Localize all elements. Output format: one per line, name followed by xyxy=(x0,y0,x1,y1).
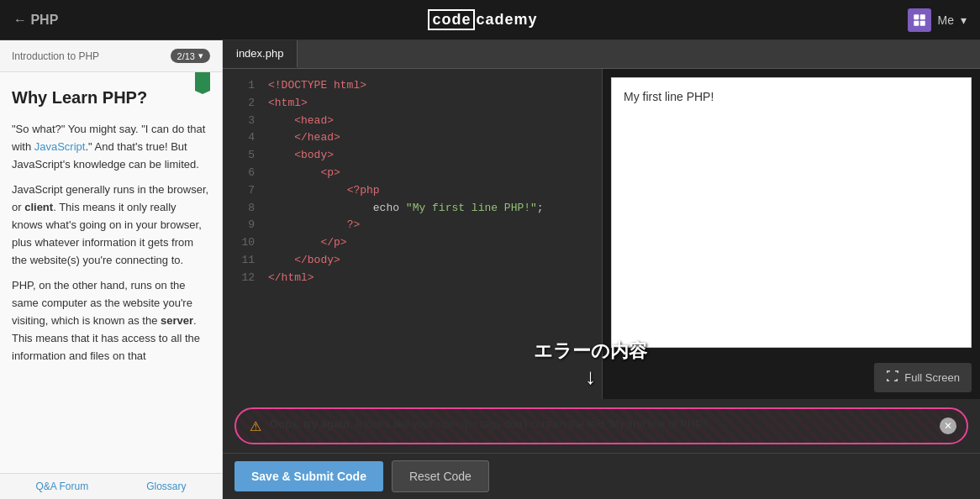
svg-rect-0 xyxy=(914,14,919,19)
output-panel: My first line PHP! Full Screen xyxy=(602,69,980,399)
code-line-3: 3 <head> xyxy=(223,113,602,130)
code-line-12: 12 </html> xyxy=(223,270,602,287)
code-line-11: 11 </body> xyxy=(223,252,602,270)
sidebar-paragraph-1: "So what?" You might say. "I can do that… xyxy=(12,121,210,173)
save-submit-button[interactable]: Save & Submit Code xyxy=(234,461,383,491)
logo: code cademy xyxy=(428,9,537,30)
back-button[interactable]: ← PHP xyxy=(13,13,58,28)
sidebar-paragraph-3: PHP, on the other hand, runs on the same… xyxy=(12,277,210,365)
output-controls: Full Screen xyxy=(603,356,980,399)
js-link[interactable]: JavaScript xyxy=(34,140,86,153)
output-display: My first line PHP! xyxy=(611,77,972,348)
code-line-9: 9 ?> xyxy=(223,217,602,234)
editor-tabs: index.php xyxy=(223,40,980,69)
bottom-bar: Save & Submit Code Reset Code xyxy=(223,453,980,499)
code-editor[interactable]: 1 <!DOCTYPE html> 2 <html> 3 <head> 4 </… xyxy=(223,69,602,399)
svg-rect-2 xyxy=(914,20,919,25)
editor-area: index.php 1 <!DOCTYPE html> 2 <html> 3 xyxy=(223,40,980,499)
progress-chevron: ▾ xyxy=(198,50,203,61)
sidebar-paragraph-2: JavaScript generally runs in the browser… xyxy=(12,181,210,269)
logo-right: cademy xyxy=(476,11,537,29)
code-line-2: 2 <html> xyxy=(223,95,602,113)
fullscreen-button[interactable]: Full Screen xyxy=(874,363,972,392)
header-left: ← PHP xyxy=(13,13,58,28)
sidebar-footer: Q&A Forum Glossary xyxy=(0,473,222,499)
fullscreen-icon xyxy=(886,370,899,386)
error-close-button[interactable]: ✕ xyxy=(940,418,956,434)
user-chevron: ▾ xyxy=(961,13,967,27)
sidebar-header: Introduction to PHP 2/13 ▾ xyxy=(0,40,222,72)
editor-tab-index-php[interactable]: index.php xyxy=(223,40,298,68)
sidebar-heading: Why Learn PHP? xyxy=(12,84,210,111)
header-right: Me ▾ xyxy=(908,8,967,32)
code-line-7: 7 <?php xyxy=(223,182,602,200)
sidebar-title: Introduction to PHP xyxy=(12,50,99,62)
error-banner: ⚠ Oops, try again. It looks like your <p… xyxy=(234,407,968,444)
user-label[interactable]: Me xyxy=(938,13,954,27)
warning-icon: ⚠ xyxy=(250,418,261,434)
code-line-1: 1 <!DOCTYPE html> xyxy=(223,77,602,95)
glossary-link[interactable]: Glossary xyxy=(146,481,186,492)
code-line-8: 8 echo "My first line PHP!"; xyxy=(223,200,602,218)
main-content: Introduction to PHP 2/13 ▾ Why Learn PHP… xyxy=(0,40,980,499)
avatar-icon xyxy=(908,8,931,32)
code-line-4: 4 </head> xyxy=(223,129,602,147)
editor-panel: 1 <!DOCTYPE html> 2 <html> 3 <head> 4 </… xyxy=(223,69,980,399)
svg-rect-1 xyxy=(919,14,925,19)
progress-label: 2/13 xyxy=(177,51,195,61)
svg-rect-3 xyxy=(919,20,925,25)
editor-lower: エラーの内容 ↓ ⚠ Oops, try again. It looks lik… xyxy=(223,399,980,499)
error-message: It looks like your <p></p> tags don't co… xyxy=(352,418,708,430)
bookmark-icon xyxy=(195,72,210,94)
reset-code-button[interactable]: Reset Code xyxy=(392,460,489,492)
sidebar: Introduction to PHP 2/13 ▾ Why Learn PHP… xyxy=(0,40,223,499)
logo-bracket: code xyxy=(428,9,475,30)
sidebar-progress[interactable]: 2/13 ▾ xyxy=(171,49,210,63)
error-area: エラーの内容 ↓ ⚠ Oops, try again. It looks lik… xyxy=(223,399,980,453)
error-bold: Oops, try again. xyxy=(270,418,352,430)
code-line-6: 6 <p> xyxy=(223,165,602,182)
code-line-5: 5 <body> xyxy=(223,147,602,165)
header: ← PHP code cademy Me ▾ xyxy=(0,0,980,40)
sidebar-body: Why Learn PHP? "So what?" You might say.… xyxy=(0,72,222,473)
code-line-10: 10 </p> xyxy=(223,234,602,252)
fullscreen-label: Full Screen xyxy=(904,371,960,384)
qa-forum-link[interactable]: Q&A Forum xyxy=(35,481,88,492)
error-text: Oops, try again. It looks like your <p><… xyxy=(270,418,708,430)
